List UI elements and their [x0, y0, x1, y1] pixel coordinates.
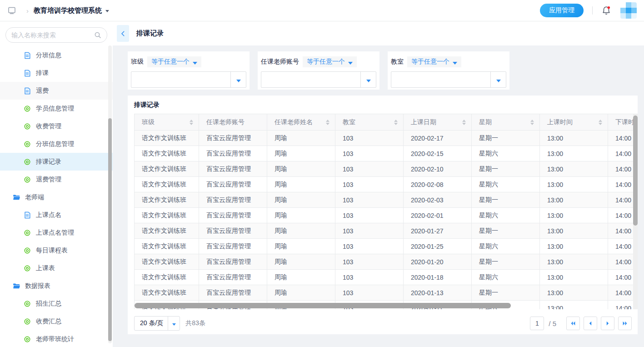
sort-icon[interactable]: [394, 120, 398, 125]
sidebar-item[interactable]: 每日课程表: [0, 241, 113, 259]
table-row[interactable]: 语文作文训练班百宝云应用管理周瑜1032020-02-01星期六13:0014:…: [135, 208, 638, 223]
sidebar-item[interactable]: 上课表: [0, 259, 113, 277]
sidebar-item[interactable]: 分班信息: [0, 46, 113, 64]
table-cell: 103: [335, 177, 404, 192]
table-row[interactable]: 语文作文训练班百宝云应用管理周瑜1032020-01-20星期一13:0014:…: [135, 254, 638, 270]
table-row[interactable]: 语文作文训练班百宝云应用管理周瑜1032020-01-18星期六13:0014:…: [135, 270, 638, 285]
table-cell: 周瑜: [267, 161, 335, 177]
page-header: 排课记录: [113, 21, 644, 45]
data-table: 班级任课老师账号任课老师姓名教室上课日期星期上课时间下课时间 语文作文训练班百宝…: [135, 114, 638, 309]
back-button[interactable]: [117, 25, 129, 42]
table-cell: 百宝云应用管理: [199, 161, 267, 177]
sort-icon[interactable]: [530, 120, 534, 125]
sidebar-item[interactable]: 数据报表: [0, 277, 113, 295]
filter-operator-dropdown[interactable]: 等于任意一个: [303, 56, 357, 67]
column-header[interactable]: 星期: [472, 114, 540, 131]
table-cell: 2020-02-03: [404, 192, 472, 208]
sidebar-item[interactable]: 排课记录: [0, 153, 113, 171]
column-header[interactable]: 班级: [135, 114, 199, 131]
ring-icon: [24, 229, 31, 236]
filter-value-select[interactable]: [391, 71, 506, 88]
table-row[interactable]: 语文作文训练班百宝云应用管理周瑜1032020-02-10星期一13:0014:…: [135, 161, 638, 177]
sidebar-item[interactable]: 上课点名: [0, 206, 113, 224]
sidebar-item-label: 收费管理: [36, 122, 61, 131]
search-icon[interactable]: [94, 31, 101, 39]
table-row[interactable]: 语文作文训练班百宝云应用管理周瑜1032020-01-25星期六13:0014:…: [135, 239, 638, 254]
ring-icon: [24, 176, 31, 183]
sidebar-item-label: 上课点名: [36, 211, 61, 219]
sidebar-item[interactable]: 老师端: [0, 188, 113, 206]
filter-label: 任课老师账号: [261, 58, 299, 66]
sidebar-item[interactable]: 分班信息管理: [0, 135, 113, 153]
sort-icon[interactable]: [462, 120, 466, 125]
column-header-label: 任课老师姓名: [275, 118, 313, 126]
page-size-select[interactable]: 20 条/页: [134, 316, 180, 331]
prev-page-button[interactable]: [584, 317, 597, 330]
table-row[interactable]: 语文作文训练班百宝云应用管理周瑜1032020-01-13星期一13:0014:…: [135, 285, 638, 301]
filter-value-select[interactable]: [261, 71, 376, 88]
notification-bell-icon[interactable]: [601, 5, 611, 15]
table-row[interactable]: 语文作文训练班百宝云应用管理周瑜1032020-02-17星期一13:0014:…: [135, 131, 638, 146]
sidebar-item[interactable]: 退费管理: [0, 171, 113, 188]
filter-value: [261, 72, 360, 87]
sidebar-item[interactable]: 退费: [0, 82, 113, 100]
sidebar-scrollbar-thumb[interactable]: [108, 118, 112, 341]
sidebar-item[interactable]: 老师带班统计: [0, 330, 113, 347]
sidebar-search: [5, 27, 107, 43]
chevron-down-icon: [193, 62, 197, 65]
sort-icon[interactable]: [326, 120, 329, 125]
sidebar-item[interactable]: 学员信息管理: [0, 100, 113, 117]
filter-operator-dropdown[interactable]: 等于任意一个: [407, 56, 461, 67]
table-cell: 13:00: [540, 301, 608, 309]
sort-icon[interactable]: [599, 120, 602, 125]
horizontal-scrollbar-thumb[interactable]: [135, 303, 511, 308]
first-page-button[interactable]: [566, 317, 580, 330]
ring-icon: [24, 300, 31, 307]
window-icon[interactable]: [7, 6, 16, 15]
table-cell: 2020-01-20: [404, 254, 472, 270]
table-cell: 13:00: [540, 239, 608, 254]
column-header[interactable]: 上课时间: [540, 114, 608, 131]
table-cell: 百宝云应用管理: [199, 177, 267, 192]
page-size-value: 20 条/页: [135, 319, 168, 327]
search-input[interactable]: [11, 31, 94, 39]
filter-operator-dropdown[interactable]: 等于任意一个: [147, 56, 201, 67]
table-row[interactable]: 语文作文训练班百宝云应用管理周瑜1032020-02-15星期六13:0014:…: [135, 146, 638, 161]
app-manage-button[interactable]: 应用管理: [540, 4, 584, 17]
table-cell: 百宝云应用管理: [199, 208, 267, 223]
table-cell: 百宝云应用管理: [199, 146, 267, 161]
table-row[interactable]: 语文作文训练班百宝云应用管理周瑜1032020-01-27星期一13:0014:…: [135, 223, 638, 239]
table-row[interactable]: 语文作文训练班百宝云应用管理周瑜1032020-02-03星期一13:0014:…: [135, 192, 638, 208]
column-header[interactable]: 教室: [335, 114, 404, 131]
vertical-scrollbar-thumb[interactable]: [633, 116, 638, 226]
table-cell: 周瑜: [267, 192, 335, 208]
table-cell: 2020-02-01: [404, 208, 472, 223]
table-row[interactable]: 语文作文训练班百宝云应用管理周瑜1032020-02-08星期六13:0014:…: [135, 177, 638, 192]
sort-icon[interactable]: [190, 120, 193, 125]
table-title: 排课记录: [134, 101, 638, 108]
app-title[interactable]: 教育培训学校管理系统: [34, 6, 102, 15]
column-header[interactable]: 任课老师姓名: [267, 114, 335, 131]
chevron-down-icon[interactable]: [105, 10, 109, 14]
table-cell: 语文作文训练班: [135, 177, 199, 192]
table-cell: 103: [335, 239, 404, 254]
sidebar-item[interactable]: 招生汇总: [0, 295, 113, 312]
table-cell: 语文作文训练班: [135, 192, 199, 208]
topbar: › 教育培训学校管理系统 应用管理: [0, 0, 644, 21]
ring-icon: [24, 141, 31, 148]
table-cell: 103: [335, 131, 404, 146]
last-page-button[interactable]: [618, 317, 632, 330]
doc-icon: [24, 211, 31, 219]
sidebar-item[interactable]: 上课点名管理: [0, 224, 113, 241]
sidebar-item[interactable]: 排课: [0, 64, 113, 82]
table-cell: 百宝云应用管理: [199, 270, 267, 285]
filter-value-select[interactable]: [131, 71, 246, 88]
next-page-button[interactable]: [601, 317, 614, 330]
page-number-input[interactable]: [530, 317, 544, 330]
avatar[interactable]: [620, 2, 637, 19]
table-cell: 星期一: [472, 161, 540, 177]
sidebar-item[interactable]: 收费管理: [0, 117, 113, 135]
sidebar-item[interactable]: 收费汇总: [0, 312, 113, 330]
table-cell: 103: [335, 161, 404, 177]
column-header[interactable]: 上课日期: [404, 114, 472, 131]
